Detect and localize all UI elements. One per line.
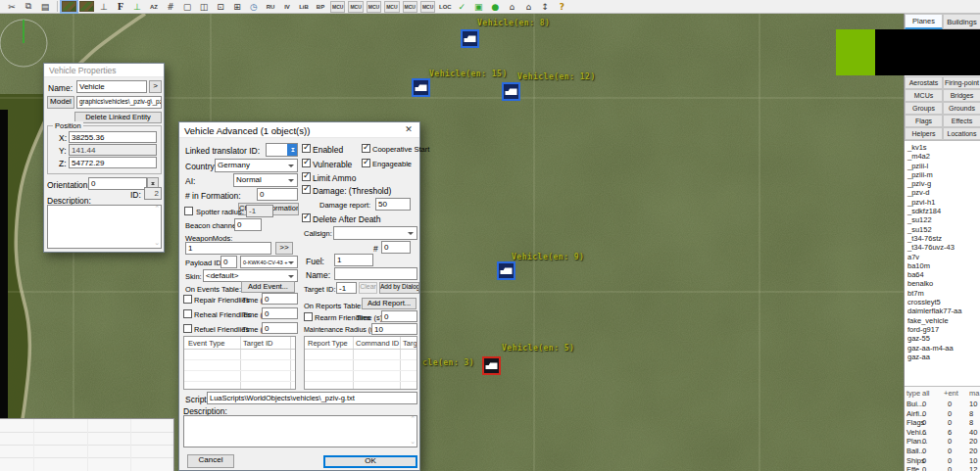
font-tool-icon[interactable]: F [114, 1, 127, 13]
close-icon[interactable]: ✕ [402, 124, 416, 134]
target-id-input[interactable]: -1 [336, 282, 357, 294]
tab-locations[interactable]: Locations [943, 127, 980, 140]
spotter-input[interactable]: -1 [246, 205, 273, 217]
paste-icon[interactable]: ▤ [38, 1, 52, 13]
frame-dot-icon[interactable]: ⊡ [214, 1, 227, 13]
list-item[interactable]: _pziii-l [907, 162, 980, 170]
updown-arrows-icon[interactable]: ↕ [538, 1, 552, 13]
bp-tool-icon[interactable]: BP [314, 1, 327, 13]
mcu-button-4[interactable]: MCU [384, 1, 399, 13]
tab-bridges[interactable]: Bridges [943, 89, 980, 102]
events-table[interactable]: Event Type Target ID [183, 336, 296, 390]
payload-dropdown[interactable]: 0-KWK40-CV-43 + [240, 256, 298, 268]
list-item[interactable]: _sdkfz184 [907, 207, 980, 215]
tab-firing-point[interactable]: Firing-point [943, 76, 980, 89]
z-input[interactable]: 54772.29 [69, 157, 157, 168]
list-item[interactable]: _pzvi-h1 [907, 198, 980, 207]
delete-after-death-checkbox[interactable] [302, 213, 311, 222]
unit-name-input[interactable] [334, 267, 417, 280]
damage-checkbox[interactable] [302, 185, 311, 194]
add-event-button[interactable]: Add Event... [241, 281, 295, 293]
weaponmods-input[interactable]: 1 [185, 242, 271, 255]
check-icon[interactable]: ✓ [455, 1, 468, 13]
sort-az-icon[interactable]: AZ [147, 1, 161, 13]
repair-time-input[interactable]: 0 [262, 293, 298, 305]
frame-plus-icon[interactable]: ⊞ [230, 1, 244, 13]
drop-to-ground-icon[interactable]: ⊥ [130, 1, 144, 13]
enabled-checkbox[interactable] [302, 144, 311, 153]
mcu-button-2[interactable]: MCU [348, 1, 363, 13]
name-input[interactable]: Vehicle [76, 80, 147, 93]
tab-buildings[interactable]: Buildings [943, 14, 980, 29]
tab-planes[interactable]: Planes [905, 14, 943, 29]
model-button[interactable]: Model [47, 96, 74, 109]
green-dot-icon[interactable]: ● [488, 1, 502, 13]
list-item[interactable]: _t34-76uvz-43 [907, 243, 980, 252]
list-item[interactable]: _m4a2 [907, 152, 980, 161]
linked-translator-spinner[interactable] [287, 144, 297, 156]
list-item[interactable]: _su152 [907, 225, 980, 234]
reports-table[interactable]: Report Type Command ID Targe [304, 336, 417, 390]
copy-icon[interactable]: ⧉ [22, 1, 35, 13]
ai-dropdown[interactable]: Normal [233, 173, 298, 187]
list-item[interactable]: a7v [907, 253, 980, 261]
expand-name-button[interactable]: > [149, 80, 162, 93]
ru-tool-icon[interactable]: RU [264, 1, 277, 13]
key-icon[interactable]: ? [555, 1, 568, 13]
spotter-checkbox[interactable] [184, 207, 193, 215]
damage-report-input[interactable]: 50 [375, 198, 411, 211]
terrain-tile-selected-icon[interactable] [62, 1, 76, 12]
list-item[interactable]: _pziii-m [907, 170, 980, 179]
mcu-button-1[interactable]: MCU [330, 1, 345, 13]
add-report-button[interactable]: Add Report... [362, 298, 416, 309]
list-item[interactable]: benalko [907, 279, 980, 288]
list-item[interactable]: ba10m [907, 261, 980, 270]
orientation-input[interactable]: 0 [88, 177, 147, 190]
refuel-time-input[interactable]: 0 [262, 322, 298, 334]
formation-input[interactable]: 0 [257, 188, 298, 201]
country-dropdown[interactable]: Germany [215, 159, 298, 172]
rearm-checkbox[interactable] [304, 312, 313, 321]
tab-flags[interactable]: Flags [905, 115, 943, 127]
lib-tool-icon[interactable]: LiB [297, 1, 311, 13]
loc-tool-icon[interactable]: LOC [438, 1, 452, 13]
vehicle-unit-icon[interactable] [502, 82, 520, 101]
script-input[interactable]: LuaScripts\WorldObjects\vehicles\_pziv-g… [207, 392, 417, 404]
list-item[interactable]: ford-g917 [907, 325, 980, 334]
mcu-button-6[interactable]: MCU [420, 1, 435, 13]
model-path-input[interactable]: graphics\vehicles\_pziv-g\_pziv-g.r [76, 96, 162, 109]
y-input[interactable]: 141.44 [69, 144, 157, 156]
platform-icon[interactable]: ⌂ [505, 1, 518, 13]
grid-toggle-icon[interactable]: # [164, 1, 177, 13]
terrain-tile-icon[interactable] [79, 1, 94, 12]
limit-ammo-checkbox[interactable] [302, 172, 311, 181]
coop-start-checkbox[interactable] [362, 144, 370, 153]
cancel-button[interactable]: Cancel [187, 454, 234, 468]
list-item[interactable]: ba64 [907, 270, 980, 279]
tab-helpers[interactable]: Helpers [905, 127, 943, 140]
platform-icon[interactable]: ⌂ [521, 1, 535, 13]
description-textarea[interactable] [183, 415, 417, 447]
list-item[interactable]: _pzv-d [907, 188, 980, 197]
description-textarea[interactable] [47, 205, 162, 249]
dialog-title[interactable]: Vehicle Advanced (1 object(s)) [179, 122, 419, 138]
repair-checkbox[interactable] [183, 295, 192, 304]
tab-aerostats[interactable]: Aerostats [905, 76, 943, 89]
list-item[interactable]: crossleyt5 [907, 298, 980, 306]
tab-effects[interactable]: Effects [943, 115, 980, 127]
number-input[interactable]: 0 [381, 241, 411, 254]
tab-groups[interactable]: Groups [905, 102, 943, 115]
refuel-checkbox[interactable] [183, 324, 192, 333]
fuel-input[interactable]: 1 [334, 254, 373, 266]
rearm-time-input[interactable]: 0 [381, 310, 417, 322]
reheal-checkbox[interactable] [183, 309, 192, 318]
delete-linked-entity-button[interactable]: Delete Linked Entity [74, 112, 162, 123]
green-box-icon[interactable]: ▣ [471, 1, 485, 13]
vehicle-unit-icon[interactable] [497, 261, 515, 280]
weaponmods-more-button[interactable]: >> [275, 242, 293, 255]
list-item[interactable]: _kv1s [907, 143, 980, 152]
mcu-button-5[interactable]: MCU [403, 1, 417, 13]
level-ground-icon[interactable]: ⊥ [97, 1, 111, 13]
frame-split-icon[interactable]: ◫ [197, 1, 211, 13]
selected-vehicle-unit-icon[interactable] [482, 356, 501, 375]
